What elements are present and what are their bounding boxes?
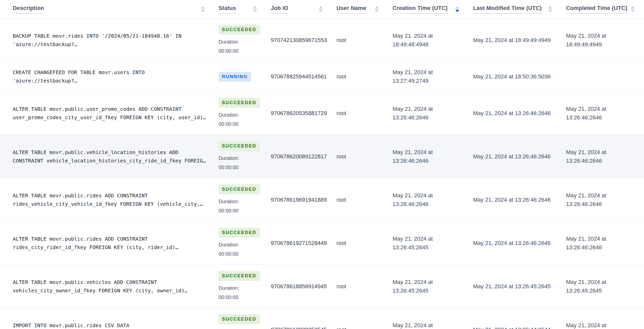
status-badge: SUCCEEDED — [219, 228, 260, 238]
user-name: root — [327, 222, 383, 265]
table-row[interactable]: ALTER TABLE movr.public.user_promo_codes… — [0, 92, 644, 135]
sort-down-icon — [319, 10, 323, 12]
last-modified-time: May 21, 2024 at 13:26:45:2645 — [463, 265, 556, 308]
sort-up-icon — [631, 6, 635, 9]
job-id: 970678825944514561 — [261, 62, 327, 92]
duration-value: 00:00:00 — [219, 206, 261, 215]
jobs-table-body: BACKUP TABLE movr.rides INTO '/2024/05/2… — [0, 19, 644, 329]
status-badge: SUCCEEDED — [219, 184, 260, 194]
column-header-status[interactable]: Status — [209, 0, 261, 19]
creation-time: May 21, 2024 at 13:26:46:2646 — [383, 135, 463, 178]
table-row[interactable]: CREATE CHANGEFEED FOR TABLE movr.users I… — [0, 62, 644, 92]
job-duration: Duration: 00:00:00 — [219, 240, 261, 258]
sort-down-icon — [631, 10, 635, 12]
user-name: root — [327, 135, 383, 178]
last-modified-time: May 21, 2024 at 13:26:46:2646 — [463, 178, 556, 222]
status-badge: RUNNING — [219, 72, 251, 82]
job-id: 970678618856914945 — [261, 265, 327, 308]
column-header-description[interactable]: Description — [0, 0, 209, 19]
completed-time: May 21, 2024 at 13:26:44:2644 — [556, 308, 644, 329]
job-id: 970678612838252545 — [261, 308, 327, 329]
user-name: root — [327, 178, 383, 222]
duration-label: Duration: — [219, 283, 261, 293]
duration-label: Duration: — [219, 110, 261, 119]
job-duration: Duration: 00:00:00 — [219, 283, 261, 302]
job-description: BACKUP TABLE movr.rides INTO '/2024/05/2… — [13, 32, 209, 49]
sort-up-icon — [548, 6, 552, 9]
user-name: root — [327, 265, 383, 308]
job-duration: Duration: 00:00:00 — [219, 110, 261, 129]
job-id: 970742130859671553 — [261, 19, 327, 62]
completed-time: May 21, 2024 at 13:26:46:2646 — [556, 135, 644, 178]
duration-label: Duration: — [219, 37, 261, 46]
sort-icon[interactable] — [548, 6, 552, 12]
last-modified-time: May 21, 2024 at 13:26:44:2644 — [463, 308, 556, 329]
last-modified-time: May 21, 2024 at 13:26:46:2646 — [463, 92, 556, 135]
status-badge: SUCCEEDED — [219, 314, 260, 324]
last-modified-time: May 21, 2024 at 18:49:49:4949 — [463, 19, 556, 62]
duration-value: 00:00:00 — [219, 293, 261, 302]
table-row[interactable]: ALTER TABLE movr.public.rides ADD CONSTR… — [0, 222, 644, 265]
duration-label: Duration: — [219, 327, 261, 329]
sort-icon[interactable] — [201, 6, 205, 12]
sort-icon[interactable] — [253, 6, 257, 12]
table-row[interactable]: ALTER TABLE movr.public.vehicle_location… — [0, 135, 644, 178]
column-header-job-id[interactable]: Job ID — [261, 0, 327, 19]
completed-time: May 21, 2024 at 13:26:45:2645 — [556, 265, 644, 308]
status-badge: SUCCEEDED — [219, 141, 260, 151]
table-row[interactable]: BACKUP TABLE movr.rides INTO '/2024/05/2… — [0, 19, 644, 62]
user-name: root — [327, 19, 383, 62]
creation-time: May 21, 2024 at 13:26:43:2643 — [383, 308, 463, 329]
job-id: 970678619271528449 — [261, 222, 327, 265]
creation-time: May 21, 2024 at 13:26:46:2646 — [383, 178, 463, 222]
duration-label: Duration: — [219, 154, 261, 163]
sort-down-icon — [455, 10, 459, 12]
last-modified-time: May 21, 2024 at 13:26:46:2646 — [463, 222, 556, 265]
job-duration: Duration: 00:00:00 — [219, 197, 261, 215]
sort-down-icon — [375, 10, 379, 12]
creation-time: May 21, 2024 at 13:26:46:2646 — [383, 92, 463, 135]
job-id: 970678620535881729 — [261, 92, 327, 135]
sort-up-icon — [455, 6, 459, 9]
job-description: CREATE CHANGEFEED FOR TABLE movr.users I… — [13, 68, 209, 85]
column-header-user-name[interactable]: User Name — [327, 0, 383, 19]
job-duration: Duration: 00:00:00 — [219, 37, 261, 56]
column-header-completed-time[interactable]: Completed Time (UTC) — [556, 0, 644, 19]
sort-up-icon — [319, 6, 323, 9]
job-description: ALTER TABLE movr.public.user_promo_codes… — [13, 105, 209, 122]
sort-icon[interactable] — [455, 6, 459, 12]
last-modified-time: May 21, 2024 at 13:26:46:2646 — [463, 135, 556, 178]
table-row[interactable]: ALTER TABLE movr.public.rides ADD CONSTR… — [0, 178, 644, 222]
status-badge: SUCCEEDED — [219, 25, 260, 35]
jobs-table-header: Description Status Job ID User Name Crea… — [0, 0, 644, 19]
creation-time: May 21, 2024 at 13:26:45:2645 — [383, 265, 463, 308]
sort-icon[interactable] — [375, 6, 379, 12]
duration-label: Duration: — [219, 197, 261, 206]
duration-value: 00:00:00 — [219, 119, 261, 129]
job-description: ALTER TABLE movr.public.vehicle_location… — [13, 148, 209, 165]
duration-value: 00:00:00 — [219, 46, 261, 56]
completed-time: May 21, 2024 at 13:26:46:2646 — [556, 178, 644, 222]
sort-icon[interactable] — [631, 6, 635, 12]
sort-down-icon — [201, 10, 205, 12]
column-header-last-modified-time[interactable]: Last Modified Time (UTC) — [463, 0, 556, 19]
status-badge: SUCCEEDED — [219, 98, 260, 108]
completed-time: May 21, 2024 at 13:26:46:2646 — [556, 222, 644, 265]
creation-time: May 21, 2024 at 18:49:48:4948 — [383, 19, 463, 62]
status-badge: SUCCEEDED — [219, 271, 260, 281]
table-row[interactable]: IMPORT INTO movr.public.rides CSV DATA (… — [0, 308, 644, 329]
sort-up-icon — [375, 6, 379, 9]
sort-icon[interactable] — [319, 6, 323, 12]
job-description: ALTER TABLE movr.public.rides ADD CONSTR… — [13, 191, 209, 208]
completed-time: May 21, 2024 at 18:49:49:4949 — [556, 19, 644, 62]
sort-down-icon — [253, 10, 257, 12]
completed-time: May 21, 2024 at 13:26:46:2646 — [556, 92, 644, 135]
duration-value: 00:00:00 — [219, 249, 261, 258]
creation-time: May 21, 2024 at 13:26:45:2645 — [383, 222, 463, 265]
user-name: root — [327, 308, 383, 329]
column-header-creation-time[interactable]: Creation Time (UTC) — [383, 0, 463, 19]
job-id: 970678619691941889 — [261, 178, 327, 222]
table-row[interactable]: ALTER TABLE movr.public.vehicles ADD CON… — [0, 265, 644, 308]
job-description: ALTER TABLE movr.public.vehicles ADD CON… — [13, 278, 209, 295]
duration-label: Duration: — [219, 240, 261, 249]
